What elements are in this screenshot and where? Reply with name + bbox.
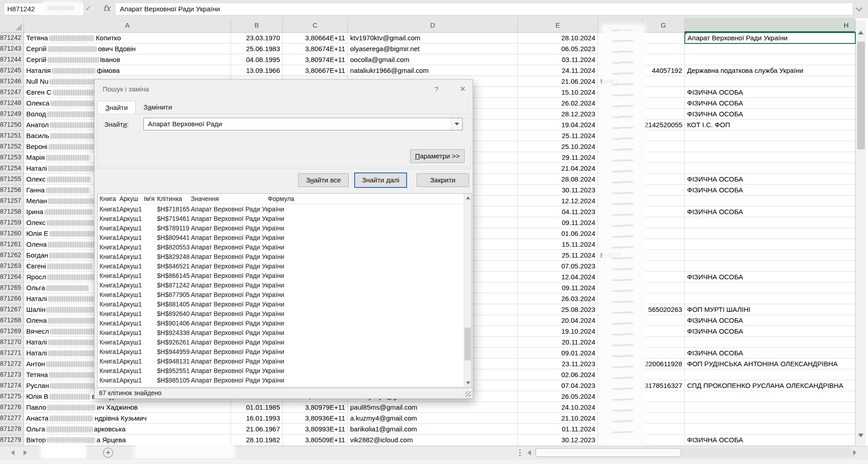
results-header-cell[interactable]: Клітинка	[155, 195, 189, 202]
cell-taxid[interactable]: 2200611928	[642, 359, 685, 369]
scroll-left-icon[interactable]	[527, 450, 531, 455]
cell-taxid[interactable]	[642, 54, 685, 65]
cell-date[interactable]: 30.11.2023	[518, 185, 598, 196]
cell-taxid[interactable]	[642, 315, 685, 326]
find-next-button[interactable]: Знайти далі	[354, 172, 407, 188]
cell-name[interactable]: Сергійович Вдовін	[24, 43, 231, 54]
cell-email[interactable]: a.kuzmy4@gmail.com	[348, 413, 518, 424]
cell-taxid[interactable]	[642, 130, 685, 141]
row-header[interactable]: 871245	[0, 65, 24, 76]
cell-taxid[interactable]	[642, 250, 685, 261]
list-item[interactable]: Книга1 Аркуш1 $H$789119 Апарат Верховної…	[98, 223, 471, 233]
close-icon[interactable]: ✕	[455, 83, 470, 95]
cell-taxid[interactable]	[642, 293, 685, 304]
cell-taxid[interactable]	[642, 228, 685, 239]
cell-org[interactable]: ФІЗИЧНА ОСОБА	[685, 435, 855, 445]
cell-org[interactable]	[685, 250, 855, 261]
cell-email[interactable]: barikolia1@gmail.com	[348, 424, 518, 435]
cell-org[interactable]	[685, 369, 855, 380]
cell-taxid[interactable]	[642, 402, 685, 413]
cell-phone[interactable]: 3,80974E+11	[283, 54, 348, 65]
tab-replace[interactable]: Замінити	[136, 101, 180, 114]
prev-sheet-icon[interactable]	[11, 450, 14, 455]
cell-date[interactable]: 28.10.2024	[518, 33, 598, 43]
cell-taxid[interactable]	[642, 163, 685, 174]
cell-date[interactable]: 21.04.2024	[518, 163, 598, 174]
cell-org[interactable]: ФІЗИЧНА ОСОБА	[685, 315, 855, 326]
tab-find[interactable]: Знайти	[97, 101, 136, 114]
cell-taxid[interactable]	[642, 185, 685, 196]
cell-date[interactable]: 01.11.2024	[518, 424, 598, 435]
cell-date[interactable]: 15.11.2024	[518, 239, 598, 250]
cell-date[interactable]: 09.11.2024	[518, 217, 598, 228]
cell-name[interactable]: Наталіяфімова	[24, 65, 231, 76]
cell-date[interactable]: 15.10.2024	[518, 87, 598, 98]
row-header[interactable]: 871253	[0, 152, 24, 163]
list-item[interactable]: Книга1 Аркуш1 $H$901406 Апарат Верховної…	[98, 318, 471, 328]
cell-date[interactable]: 28.12.2023	[518, 109, 598, 120]
column-header-c[interactable]: C	[283, 18, 348, 32]
list-item[interactable]: Книга1 Аркуш1 $H$820553 Апарат Верховної…	[98, 242, 471, 252]
cell-taxid[interactable]	[642, 76, 685, 87]
cell-date[interactable]: 02.06.2024	[518, 369, 598, 380]
cell-taxid[interactable]: 2142520055	[642, 120, 685, 130]
row-header[interactable]: 871268	[0, 315, 24, 326]
row-header[interactable]: 871249	[0, 109, 24, 120]
cell-org[interactable]	[685, 43, 855, 54]
list-item[interactable]: Книга1 Аркуш1 $H$881405 Апарат Верховної…	[98, 299, 471, 309]
options-button[interactable]: Параметри >>	[410, 149, 465, 163]
row-header[interactable]: 871270	[0, 337, 24, 348]
cell-org[interactable]: ФОП МУРТІ ШАЛІНІ	[685, 304, 855, 315]
cell-date[interactable]: 26.05.2024	[518, 391, 598, 402]
results-header-book[interactable]: Книга	[98, 195, 118, 202]
row-header[interactable]: 871265	[0, 282, 24, 293]
row-header[interactable]: 871261	[0, 239, 24, 250]
cell-email[interactable]: ktv1970ktv@gmail.com	[348, 33, 518, 43]
row-header[interactable]: 871256	[0, 185, 24, 196]
find-all-button[interactable]: Знайти все	[298, 173, 349, 187]
cell-org[interactable]: ФІЗИЧНА ОСОБА	[685, 272, 855, 282]
cell-org[interactable]: ФІЗИЧНА ОСОБА	[685, 174, 855, 185]
row-header[interactable]: 871276	[0, 402, 24, 413]
row-header[interactable]: 871247	[0, 87, 24, 98]
cell-phone[interactable]: 3,80667E+11	[283, 65, 348, 76]
cell-date[interactable]: 07.04.2023	[518, 380, 598, 391]
cell-taxid[interactable]	[642, 413, 685, 424]
list-item[interactable]: Книга1 Аркуш1 $H$829248 Апарат Верховної…	[98, 252, 471, 261]
cell-org[interactable]	[685, 282, 855, 293]
row-header[interactable]: 871258	[0, 206, 24, 217]
cell-birthdate[interactable]: 04.08.1995	[231, 54, 283, 65]
cell-date[interactable]: 20.04.2024	[518, 315, 598, 326]
cell-taxid[interactable]	[642, 141, 685, 152]
list-item[interactable]: Книга1 Аркуш1 $H$985105 Апарат Верховної…	[98, 375, 471, 385]
cell-date[interactable]: 20.11.2024	[518, 337, 598, 348]
cell-name[interactable]: ТетянаКопитко	[24, 33, 231, 43]
row-header[interactable]: 871275	[0, 391, 24, 402]
cell-name[interactable]: Ольгаарковська	[24, 424, 231, 435]
cell-org[interactable]: КОТ І.С. ФОП	[685, 120, 855, 130]
cell-org[interactable]: ФІЗИЧНА ОСОБА	[685, 206, 855, 217]
cell-taxid[interactable]	[642, 43, 685, 54]
cell-org[interactable]	[685, 130, 855, 141]
cell-org[interactable]: ФІЗИЧНА ОСОБА	[685, 87, 855, 98]
cell-date[interactable]: 24.10.2024	[518, 402, 598, 413]
cell-name[interactable]: СергійІванов	[24, 54, 231, 65]
cell-phone[interactable]: 3,80993E+11	[283, 424, 348, 435]
results-header-formula[interactable]: Формула	[266, 195, 471, 202]
cell-taxid[interactable]	[642, 272, 685, 282]
results-header-value[interactable]: Значення	[189, 195, 266, 202]
row-header[interactable]: 871248	[0, 98, 24, 109]
cell-date[interactable]: 23.11.2023	[518, 359, 598, 369]
cell-org[interactable]: СПД ПРОКОПЕНКО РУСЛАНА ОЛЕКСАНДРІВНА	[685, 380, 855, 391]
list-item[interactable]: Книга1 Аркуш1 $H$892640 Апарат Верховної…	[98, 309, 471, 318]
cell-org[interactable]	[685, 337, 855, 348]
cell-org[interactable]	[685, 261, 855, 272]
cell-org[interactable]	[685, 228, 855, 239]
cell-taxid[interactable]	[642, 98, 685, 109]
cell-birthdate[interactable]: 28.10.1982	[231, 435, 283, 445]
row-header[interactable]: 871243	[0, 43, 24, 54]
row-header[interactable]: 871262	[0, 250, 24, 261]
cell-org[interactable]	[685, 391, 855, 402]
cell-date[interactable]: 21.10.2024	[518, 413, 598, 424]
column-header-g[interactable]: G	[642, 18, 685, 32]
